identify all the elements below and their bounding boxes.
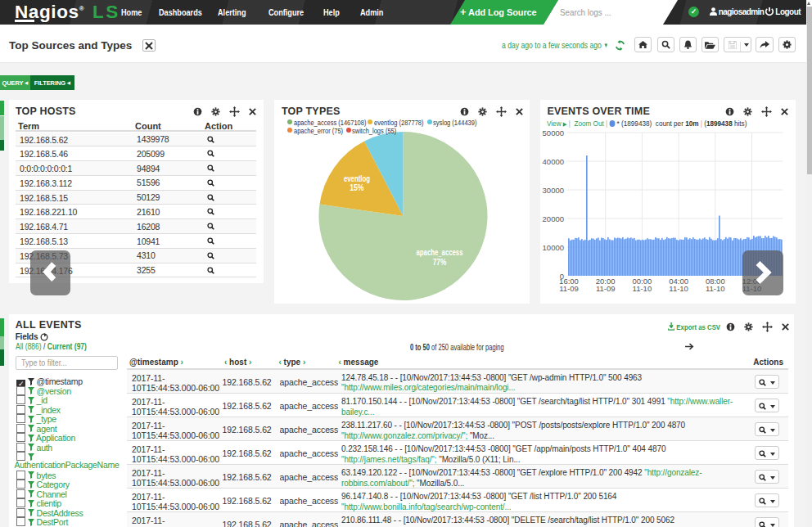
svg-text:11-10: 11-10 <box>669 284 688 293</box>
svg-text:77%: 77% <box>432 257 446 267</box>
svg-text:30000: 30000 <box>542 186 563 195</box>
svg-text:eventlog: eventlog <box>343 173 369 183</box>
svg-text:20000: 20000 <box>542 214 563 223</box>
svg-text:15%: 15% <box>350 182 364 192</box>
svg-text:11-10: 11-10 <box>632 284 652 293</box>
svg-text:11-10: 11-10 <box>706 284 725 293</box>
svg-text:50000: 50000 <box>542 128 563 137</box>
svg-text:11-09: 11-09 <box>595 284 615 293</box>
svg-text:40000: 40000 <box>542 157 563 166</box>
svg-text:10000: 10000 <box>542 243 563 252</box>
svg-text:apache_access: apache_access <box>416 247 462 257</box>
svg-text:11-09: 11-09 <box>559 284 579 293</box>
